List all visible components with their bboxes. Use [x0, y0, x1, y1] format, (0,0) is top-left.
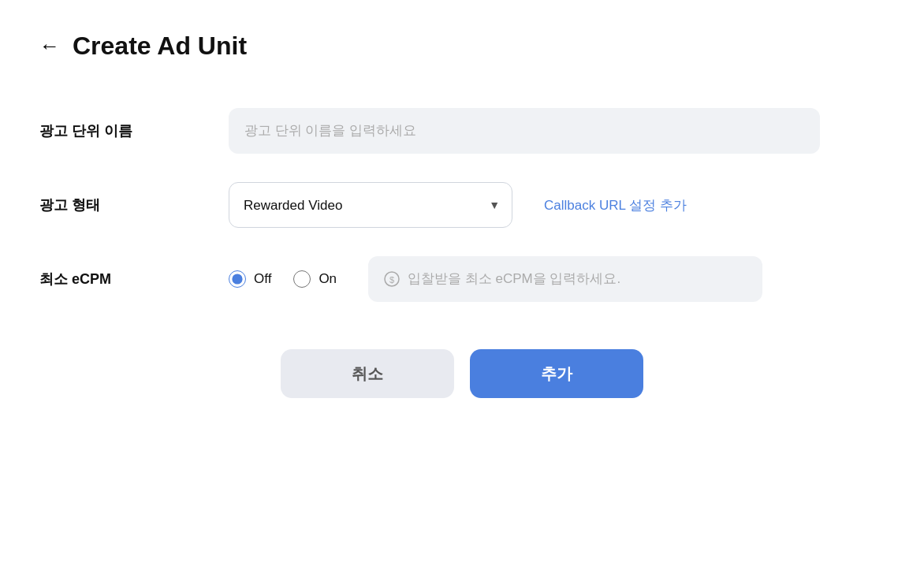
ecpm-on-label: On	[319, 271, 337, 287]
page-header: ← Create Ad Unit	[39, 32, 885, 61]
ad-name-label: 광고 단위 이름	[39, 121, 197, 140]
ad-type-select-wrapper: Rewarded Video Interstitial Banner Nativ…	[229, 182, 512, 228]
ad-type-label: 광고 형태	[39, 195, 197, 214]
add-button[interactable]: 추가	[470, 349, 643, 398]
ecpm-label: 최소 eCPM	[39, 270, 197, 288]
cancel-button[interactable]: 취소	[281, 349, 454, 398]
dollar-icon: $	[384, 271, 400, 287]
svg-text:$: $	[389, 275, 394, 285]
ad-type-row: 광고 형태 Rewarded Video Interstitial Banner…	[39, 182, 885, 228]
ad-name-row: 광고 단위 이름	[39, 108, 885, 154]
ad-type-select[interactable]: Rewarded Video Interstitial Banner Nativ…	[229, 182, 512, 228]
page-title: Create Ad Unit	[73, 32, 247, 61]
ecpm-input-wrapper: $	[368, 256, 762, 302]
ecpm-value-input[interactable]	[408, 271, 747, 287]
back-button[interactable]: ←	[39, 34, 60, 58]
ad-name-input[interactable]	[229, 108, 820, 154]
ecpm-off-radio[interactable]	[229, 270, 246, 288]
ecpm-row: 최소 eCPM Off On $	[39, 256, 885, 302]
ecpm-off-label: Off	[254, 271, 271, 287]
ecpm-off-option[interactable]: Off	[229, 270, 271, 288]
ecpm-radio-group: Off On	[229, 270, 337, 288]
button-row: 취소 추가	[39, 349, 885, 398]
callback-url-link[interactable]: Callback URL 설정 추가	[544, 196, 687, 214]
ecpm-on-option[interactable]: On	[293, 270, 337, 288]
form-section: 광고 단위 이름 광고 형태 Rewarded Video Interstiti…	[39, 108, 885, 302]
ecpm-on-radio[interactable]	[293, 270, 311, 288]
